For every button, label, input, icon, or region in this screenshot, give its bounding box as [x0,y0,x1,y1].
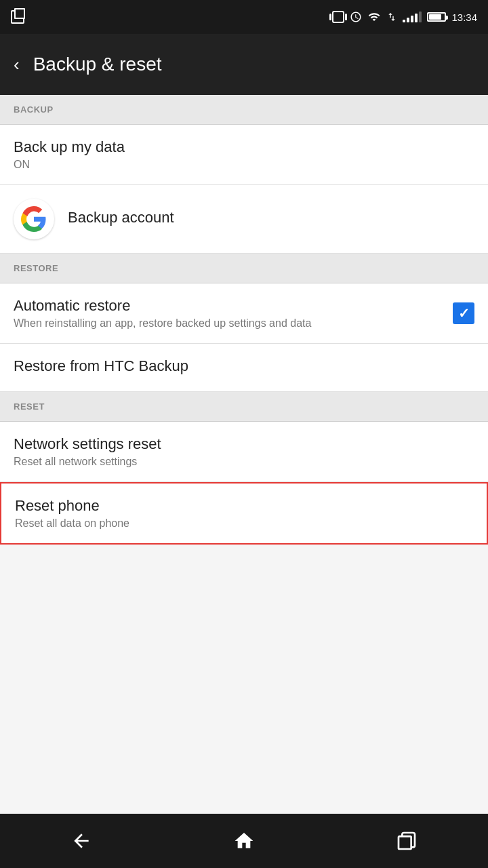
list-item-back-up-my-data[interactable]: Back up my data ON [0,125,488,185]
wifi-icon [367,11,381,23]
list-item-title: Backup account [68,209,474,226]
settings-content: BACKUP Back up my data ON Backup account… [0,95,488,814]
reset-phone-subtitle: Reset all data on phone [15,517,473,530]
nav-back-button[interactable] [50,823,113,859]
checkmark-icon: ✓ [458,307,470,320]
list-item-title: Restore from HTC Backup [14,357,474,375]
list-item-title: Automatic restore [14,297,442,315]
svg-rect-0 [399,836,411,849]
list-item-restore-htc[interactable]: Restore from HTC Backup [0,344,488,392]
list-item-automatic-restore[interactable]: Automatic restore When reinstalling an a… [0,283,488,344]
app-bar: ‹ Backup & reset [0,34,488,95]
recents-nav-icon [396,830,418,852]
status-bar-icons: 13:34 [332,11,477,23]
list-item-backup-account[interactable]: Backup account [0,185,488,254]
battery-icon [427,12,446,22]
back-nav-icon [70,830,92,852]
home-nav-icon [233,830,255,852]
google-icon [14,199,54,239]
bottom-nav [0,814,488,868]
section-header-reset: RESET [0,392,488,422]
list-item-subtitle: ON [14,159,474,171]
app-bar-title: Backup & reset [33,54,162,75]
back-button[interactable]: ‹ [14,56,20,73]
status-time: 13:34 [451,12,477,23]
vibrate-icon [332,11,344,23]
list-item-subtitle: When reinstalling an app, restore backed… [14,317,442,330]
overlay-icon [11,10,24,24]
section-header-restore: RESTORE [0,254,488,283]
data-icon [386,11,397,23]
list-item-content: Restore from HTC Backup [14,357,474,378]
list-item-title: Network settings reset [14,435,474,453]
list-item-content: Reset phone Reset all data on phone [15,497,473,530]
list-item-subtitle: Reset all network settings [14,456,474,468]
automatic-restore-checkbox[interactable]: ✓ [453,302,474,324]
list-item-content: Network settings reset Reset all network… [14,435,474,468]
list-item-content: Backup account [68,209,474,229]
signal-icon [403,12,422,22]
list-item-title: Back up my data [14,138,474,156]
nav-home-button[interactable] [213,823,275,859]
list-item-content: Back up my data ON [14,138,474,171]
list-item-content: Automatic restore When reinstalling an a… [14,297,442,330]
status-bar: 13:34 [0,0,488,34]
nav-recents-button[interactable] [375,823,438,859]
list-item-network-settings-reset[interactable]: Network settings reset Reset all network… [0,422,488,482]
alarm-icon [350,11,362,23]
list-item-reset-phone[interactable]: Reset phone Reset all data on phone [0,482,488,545]
reset-phone-title: Reset phone [15,497,473,515]
section-header-backup: BACKUP [0,95,488,125]
